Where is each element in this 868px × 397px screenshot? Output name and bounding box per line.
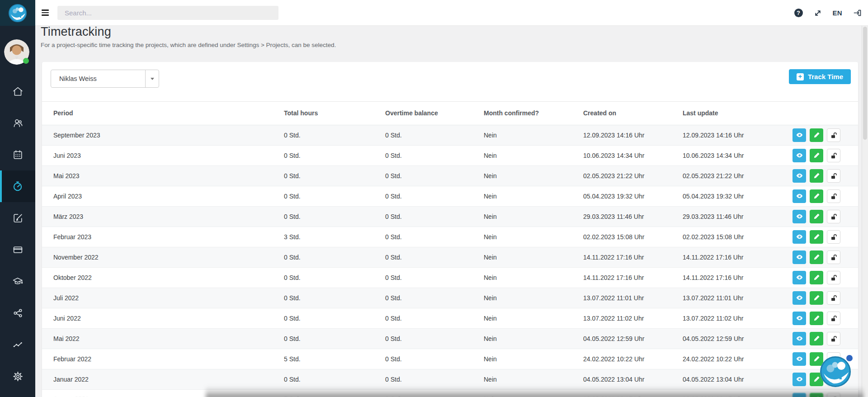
unlock-button[interactable]	[827, 169, 840, 183]
menu-toggle-button[interactable]	[42, 9, 49, 16]
edit-button[interactable]	[810, 189, 823, 203]
edit-button[interactable]	[810, 128, 823, 142]
cell-month-confirmed: Nein	[484, 389, 583, 397]
edit-button[interactable]	[810, 149, 823, 162]
cell-last-update: 04.05.2022 12:59 Uhr	[683, 328, 793, 349]
sidebar-item-forms[interactable]	[0, 202, 35, 234]
unlock-button[interactable]	[827, 189, 840, 203]
view-button[interactable]	[793, 352, 806, 366]
unlock-button[interactable]	[827, 393, 840, 397]
row-actions	[793, 227, 858, 247]
cell-last-update: 14.11.2022 17:16 Uhr	[683, 267, 793, 288]
user-avatar[interactable]	[4, 39, 29, 65]
view-button[interactable]	[793, 128, 806, 142]
track-time-button[interactable]: + Track Time	[789, 69, 851, 84]
cell-period: September 2023	[42, 125, 284, 145]
cell-last-update: 02.02.2023 15:08 Uhr	[683, 227, 793, 247]
view-button[interactable]	[793, 393, 806, 397]
edit-button[interactable]	[810, 393, 823, 397]
edit-button[interactable]	[810, 230, 823, 244]
unlock-button[interactable]	[827, 128, 840, 142]
eye-icon	[796, 335, 803, 342]
cell-last-update: 14.11.2022 17:16 Uhr	[683, 247, 793, 267]
view-button[interactable]	[793, 332, 806, 345]
timetracking-table: PeriodTotal hoursOvertime balanceMonth c…	[42, 102, 858, 397]
cell-last-update: 05.04.2023 19:32 Uhr	[683, 186, 793, 206]
sidebar-item-payroll[interactable]	[0, 234, 35, 265]
sidebar-item-sharing[interactable]	[0, 297, 35, 329]
cell-overtime-balance: 0 Std.	[385, 247, 484, 267]
cell-created-on: 29.03.2023 11:46 Uhr	[583, 206, 683, 227]
edit-button[interactable]	[810, 291, 823, 305]
unlock-icon	[830, 254, 837, 261]
pencil-icon	[813, 335, 820, 342]
cell-total-hours: 7 Std.	[284, 389, 385, 397]
view-button[interactable]	[793, 312, 806, 325]
eye-icon	[796, 314, 803, 322]
pencil-icon	[813, 152, 820, 159]
sidebar-item-settings[interactable]	[0, 360, 35, 392]
track-time-label: Track Time	[808, 73, 843, 80]
search-input[interactable]	[57, 6, 278, 20]
eye-icon	[796, 192, 803, 200]
unlock-button[interactable]	[827, 291, 840, 305]
edit-button[interactable]	[810, 332, 823, 345]
cell-overtime-balance: 0 Std.	[385, 308, 484, 328]
sidebar-item-employees[interactable]	[0, 107, 35, 139]
row-actions	[793, 166, 858, 186]
view-button[interactable]	[793, 169, 806, 183]
users-icon	[12, 118, 24, 129]
view-button[interactable]	[793, 271, 806, 284]
cell-overtime-balance: 0 Std.	[385, 389, 484, 397]
unlock-icon	[830, 152, 837, 159]
edit-button[interactable]	[810, 250, 823, 264]
unlock-button[interactable]	[827, 149, 840, 162]
view-button[interactable]	[793, 291, 806, 305]
pencil-icon	[813, 254, 820, 260]
cell-created-on: 05.04.2023 19:32 Uhr	[583, 186, 683, 206]
plus-icon: +	[797, 73, 804, 80]
cell-period: Februar 2023	[42, 227, 284, 247]
table-row: Juli 2022 0 Std. 0 Std. Nein 13.07.2022 …	[42, 288, 858, 308]
edit-button[interactable]	[810, 271, 823, 284]
unlock-button[interactable]	[827, 210, 840, 223]
employee-select[interactable]: Niklas Weiss	[51, 70, 159, 88]
fullscreen-icon[interactable]	[814, 9, 822, 17]
cell-period: November 2022	[42, 247, 284, 267]
table-row: Mai 2022 0 Std. 0 Std. Nein 04.05.2022 1…	[42, 328, 858, 349]
view-button[interactable]	[793, 230, 806, 244]
unlock-button[interactable]	[827, 250, 840, 264]
unlock-button[interactable]	[827, 230, 840, 244]
logout-icon[interactable]	[853, 9, 862, 17]
app-logo[interactable]	[0, 0, 35, 26]
view-button[interactable]	[793, 373, 806, 386]
cell-month-confirmed: Nein	[484, 247, 583, 267]
select-caret-box[interactable]	[145, 70, 159, 87]
unlock-button[interactable]	[827, 312, 840, 325]
eye-icon	[796, 233, 803, 241]
pencil-icon	[813, 376, 820, 383]
cell-created-on: 14.11.2022 17:16 Uhr	[583, 267, 683, 288]
edit-button[interactable]	[810, 312, 823, 325]
unlock-button[interactable]	[827, 271, 840, 284]
floating-brand-button[interactable]	[820, 353, 855, 387]
view-button[interactable]	[793, 149, 806, 162]
credit-card-icon	[12, 244, 24, 255]
scrollbar-thumb[interactable]	[863, 27, 867, 140]
help-icon[interactable]: ?	[794, 9, 803, 17]
view-button[interactable]	[793, 250, 806, 264]
unlock-button[interactable]	[827, 332, 840, 345]
sidebar-item-training[interactable]	[0, 265, 35, 297]
unlock-icon	[830, 213, 837, 220]
sidebar-item-statistics[interactable]	[0, 329, 35, 360]
table-row: Juni 2023 0 Std. 0 Std. Nein 10.06.2023 …	[42, 145, 858, 165]
column-header: Overtime balance	[385, 102, 484, 125]
edit-button[interactable]	[810, 169, 823, 183]
language-selector[interactable]: EN	[833, 9, 842, 17]
sidebar-item-calendar[interactable]	[0, 139, 35, 170]
view-button[interactable]	[793, 189, 806, 203]
view-button[interactable]	[793, 210, 806, 223]
sidebar-item-timetracking[interactable]	[0, 170, 35, 202]
edit-button[interactable]	[810, 210, 823, 223]
sidebar-item-home[interactable]	[0, 76, 35, 107]
